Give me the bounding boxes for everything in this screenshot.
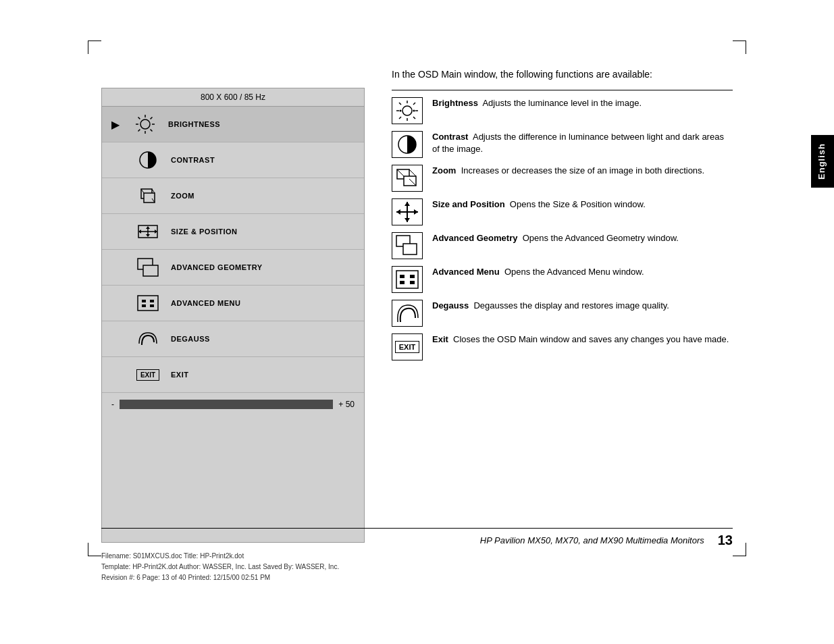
exit-osd-icon: EXIT — [136, 363, 160, 387]
func-brightness-title: Brightness — [432, 98, 478, 108]
func-advanced-geometry-icon — [392, 232, 423, 259]
size-position-icon — [136, 219, 160, 244]
svg-rect-56 — [410, 275, 415, 278]
corner-mark-tl — [88, 41, 101, 54]
svg-rect-58 — [410, 281, 415, 284]
slider-track[interactable] — [120, 400, 333, 409]
corner-mark-br — [733, 543, 746, 556]
function-advanced-menu: Advanced Menu Opens the Advanced Menu wi… — [392, 266, 733, 293]
func-advanced-menu-icon — [392, 266, 423, 293]
svg-line-6 — [151, 130, 153, 132]
svg-marker-18 — [146, 234, 150, 237]
footer-meta-line3: Revision #: 6 Page: 13 of 40 Printed: 12… — [101, 572, 733, 583]
contrast-label: CONTRAST — [171, 156, 215, 164]
active-arrow: ▶ — [111, 118, 120, 131]
function-advanced-geometry: Advanced Geometry Opens the Advanced Geo… — [392, 232, 733, 259]
svg-rect-55 — [400, 275, 405, 278]
osd-item-size-position[interactable]: SIZE & POSITION — [102, 214, 364, 250]
page-footer: HP Pavilion MX50, MX70, and MX90 Multime… — [101, 528, 733, 583]
function-contrast: Contrast Adjusts the difference in lumin… — [392, 131, 733, 158]
svg-point-29 — [402, 106, 412, 115]
svg-marker-47 — [396, 209, 400, 215]
advanced-geometry-label: ADVANCED GEOMETRY — [171, 263, 263, 271]
function-list: Brightness Adjusts the luminance level i… — [392, 97, 733, 360]
function-zoom: Zoom Increases or decreases the size of … — [392, 165, 733, 192]
svg-line-8 — [138, 130, 140, 132]
osd-slider-row: - + 50 — [102, 393, 364, 416]
svg-marker-17 — [146, 226, 150, 229]
svg-point-38 — [400, 110, 402, 112]
svg-line-34 — [399, 103, 401, 105]
func-contrast-desc: Adjusts the difference in luminance betw… — [432, 132, 724, 154]
func-contrast-icon — [392, 131, 423, 158]
func-exit-icon: EXIT — [392, 333, 423, 360]
func-advanced-geometry-text: Advanced Geometry Opens the Advanced Geo… — [432, 232, 733, 244]
svg-line-5 — [138, 117, 140, 119]
func-zoom-desc: Increases or decreases the size of an im… — [461, 165, 705, 176]
svg-point-0 — [140, 119, 150, 129]
slider-plus: + 50 — [338, 400, 355, 409]
svg-rect-27 — [142, 304, 146, 307]
func-degauss-text: Degauss Degausses the display and restor… — [432, 300, 733, 312]
svg-rect-11 — [144, 193, 155, 203]
func-advanced-menu-text: Advanced Menu Opens the Advanced Menu wi… — [432, 266, 733, 278]
svg-rect-24 — [138, 296, 158, 311]
right-panel: In the OSD Main window, the following fu… — [392, 68, 733, 543]
svg-rect-23 — [143, 265, 158, 276]
slider-minus: - — [111, 400, 114, 409]
svg-line-37 — [399, 117, 401, 119]
corner-mark-tr — [733, 41, 746, 54]
footer-meta-line2: Template: HP-Print2K.dot Author: WASSER,… — [101, 562, 733, 572]
brightness-icon — [133, 112, 157, 136]
svg-marker-48 — [414, 209, 418, 215]
degauss-label: DEGAUSS — [171, 335, 210, 343]
func-exit-desc: Closes the OSD Main window and saves any… — [453, 334, 729, 344]
svg-marker-50 — [405, 202, 410, 206]
osd-item-zoom[interactable]: ZOOM — [102, 178, 364, 214]
main-area: 800 X 600 / 85 Hz ▶ — [101, 54, 733, 543]
func-size-position-desc: Opens the Size & Position window. — [510, 199, 646, 209]
func-contrast-title: Contrast — [432, 132, 468, 142]
func-zoom-title: Zoom — [432, 165, 456, 176]
svg-line-7 — [151, 117, 153, 119]
advanced-menu-icon — [136, 291, 160, 315]
func-brightness-desc: Adjusts the luminance level in the image… — [482, 98, 642, 108]
osd-item-degauss[interactable]: DEGAUSS — [102, 321, 364, 357]
zoom-icon — [136, 184, 160, 208]
func-advanced-menu-title: Advanced Menu — [432, 267, 500, 277]
osd-item-brightness[interactable]: ▶ BRIGHTNESS — [102, 107, 364, 142]
page-number: 13 — [718, 533, 733, 548]
svg-point-39 — [413, 110, 415, 112]
svg-line-35 — [413, 117, 415, 119]
contrast-icon — [136, 148, 160, 172]
function-brightness: Brightness Adjusts the luminance level i… — [392, 97, 733, 124]
degauss-icon — [136, 327, 160, 351]
svg-line-44 — [409, 169, 416, 176]
osd-item-contrast[interactable]: CONTRAST — [102, 142, 364, 178]
svg-rect-57 — [400, 281, 405, 284]
footer-title-line: HP Pavilion MX50, MX70, and MX90 Multime… — [101, 528, 733, 548]
language-tab: English — [811, 135, 834, 188]
func-exit-title: Exit — [432, 334, 448, 344]
function-exit: EXIT Exit Closes the OSD Main window and… — [392, 333, 733, 360]
func-advanced-menu-desc: Opens the Advanced Menu window. — [504, 267, 644, 277]
func-brightness-text: Brightness Adjusts the luminance level i… — [432, 97, 733, 109]
size-position-label: SIZE & POSITION — [171, 227, 238, 236]
svg-rect-26 — [150, 300, 154, 302]
footer-meta: Filename: S01MXCUS.doc Title: HP-Print2k… — [101, 551, 733, 583]
brightness-label: BRIGHTNESS — [168, 120, 220, 128]
osd-item-exit[interactable]: EXIT EXIT — [102, 357, 364, 393]
func-degauss-title: Degauss — [432, 300, 469, 311]
advanced-geometry-icon — [136, 255, 160, 279]
func-zoom-icon — [392, 165, 423, 192]
osd-item-advanced-menu[interactable]: ADVANCED MENU — [102, 286, 364, 321]
page-content: 800 X 600 / 85 Hz ▶ — [101, 54, 733, 543]
function-size-position: Size and Position Opens the Size & Posit… — [392, 198, 733, 225]
advanced-menu-label: ADVANCED MENU — [171, 299, 240, 307]
func-advanced-geometry-title: Advanced Geometry — [432, 233, 517, 243]
svg-rect-54 — [396, 271, 418, 288]
osd-item-advanced-geometry[interactable]: ADVANCED GEOMETRY — [102, 250, 364, 286]
intro-text: In the OSD Main window, the following fu… — [392, 68, 733, 82]
corner-mark-bl — [88, 543, 101, 556]
osd-panel: 800 X 600 / 85 Hz ▶ — [101, 88, 365, 543]
